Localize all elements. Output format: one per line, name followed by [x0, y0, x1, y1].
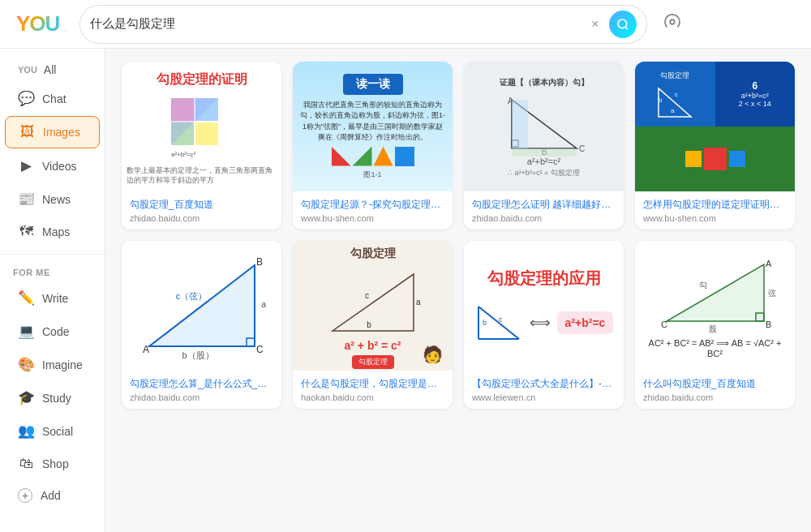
- svg-text:a: a: [671, 107, 675, 114]
- sidebar-item-imagine[interactable]: 🎨 Imagine: [5, 349, 100, 380]
- search-icon: [616, 18, 629, 31]
- svg-text:B: B: [256, 256, 263, 268]
- main-layout: YOU All 💬 Chat 🖼 Images ▶ Videos 📰 News …: [0, 49, 811, 532]
- svg-text:A: A: [766, 259, 772, 268]
- card6-title: 勾股定理: [345, 242, 401, 266]
- image-card-8-image: C B A 股 弦 勾 AC² + BC² = AB² ⟹ AB = √AC² …: [635, 241, 795, 371]
- filter-button[interactable]: [660, 10, 684, 38]
- image-card-8[interactable]: C B A 股 弦 勾 AC² + BC² = AB² ⟹ AB = √AC² …: [635, 241, 795, 409]
- card5-domain: zhidao.baidu.com: [130, 393, 273, 402]
- card7-domain: www.lelewen.cn: [472, 393, 616, 402]
- svg-text:b: b: [483, 319, 487, 327]
- sidebar-item-maps[interactable]: 🗺 Maps: [5, 217, 100, 247]
- image-card-7[interactable]: 勾股定理的应用 b a c ⟺ a²+b²=c: [464, 241, 624, 409]
- card5-info: 勾股定理怎么算_是什么公式_百度知道 zhidao.baidu.com: [122, 371, 281, 409]
- sidebar-item-write-label: Write: [42, 292, 68, 305]
- card5-triangle-svg: A C B b（股） a（勾） c（弦）: [133, 249, 271, 363]
- shop-icon: 🛍: [18, 456, 34, 472]
- card1-info: 勾股定理_百度知道 zhidao.baidu.com: [122, 191, 281, 230]
- add-icon: +: [18, 488, 32, 503]
- image-card-6[interactable]: 勾股定理 b a c a² + b² = c² 勾股定理 🧑: [293, 241, 453, 409]
- card2-visual: 读一读 我国古代把直角三角形的较短的直角边称为勾，较长的直角边称为股，斜边称为弦…: [293, 62, 453, 191]
- card1-diagrams: a²+b²=c²: [166, 93, 238, 165]
- card4-dark: 6 a²+b²=c² 2 < x < 14: [715, 62, 796, 127]
- filter-icon: [663, 13, 681, 31]
- sidebar-item-news[interactable]: 📰 News: [5, 183, 100, 215]
- logo-tagline: .: [64, 25, 66, 32]
- svg-text:弦: 弦: [768, 289, 776, 298]
- image-card-2[interactable]: 读一读 我国古代把直角三角形的较短的直角边称为勾，较长的直角边称为股，斜边称为弦…: [293, 62, 453, 230]
- sidebar-item-all[interactable]: YOU All: [5, 58, 100, 81]
- sidebar-item-shop[interactable]: 🛍 Shop: [5, 448, 100, 479]
- card3-heading: 证题【（课本内容）勾】: [493, 74, 595, 92]
- card8-domain: zhidao.baidu.com: [643, 393, 787, 402]
- header: YOU . ×: [0, 0, 811, 49]
- sidebar-item-social[interactable]: 👥 Social: [5, 415, 100, 447]
- image-card-3[interactable]: 证题【（课本内容）勾】 B A C: [464, 62, 624, 230]
- sidebar-item-add[interactable]: + Add: [5, 481, 100, 510]
- svg-text:B: B: [766, 320, 771, 329]
- study-icon: 🎓: [18, 389, 34, 406]
- card1-domain: zhidao.baidu.com: [130, 213, 273, 223]
- card3-diagram-svg: B A C: [504, 92, 585, 157]
- search-input[interactable]: [90, 17, 582, 31]
- card7-formula-row: b a c ⟺ a²+b²=c: [468, 296, 620, 350]
- sidebar: YOU All 💬 Chat 🖼 Images ▶ Videos 📰 News …: [0, 49, 105, 532]
- svg-rect-6: [195, 122, 218, 145]
- card5-title: 勾股定理怎么算_是什么公式_百度知道: [130, 377, 273, 391]
- card2-domain: www.bu-shen.com: [301, 213, 444, 223]
- image-card-5[interactable]: A C B b（股） a（勾） c（弦） 勾股定理怎么算_是什么公式_百度知道 …: [122, 241, 281, 409]
- sidebar-item-social-label: Social: [42, 425, 73, 438]
- card4-domain: www.bu-shen.com: [643, 213, 787, 223]
- card6-domain: haokan.baidu.com: [301, 393, 444, 402]
- sidebar-item-code[interactable]: 💻 Code: [5, 315, 100, 347]
- sidebar-item-maps-label: Maps: [42, 225, 70, 238]
- sidebar-item-study[interactable]: 🎓 Study: [5, 382, 100, 414]
- card2-figure-label: 图1-1: [363, 169, 381, 180]
- card4-title: 怎样用勾股定理的逆定理证明直角三角形-证明勾股定理的逆定理: [643, 198, 787, 212]
- clear-button[interactable]: ×: [588, 16, 602, 32]
- card8-visual: C B A 股 弦 勾 AC² + BC² = AB² ⟹ AB = √AC² …: [635, 241, 795, 371]
- card1-title: 勾股定理_百度知道: [130, 198, 273, 212]
- social-icon: 👥: [18, 423, 34, 440]
- svg-text:a: a: [416, 298, 421, 307]
- card3-visual: 证题【（课本内容）勾】 B A C: [464, 62, 624, 191]
- svg-marker-28: [333, 274, 414, 331]
- card4-formula-top: a²+b²=c²: [741, 92, 769, 100]
- sidebar-item-chat[interactable]: 💬 Chat: [5, 83, 100, 114]
- card2-read-label: 读一读: [343, 74, 403, 95]
- for-me-label: For Me: [0, 261, 105, 281]
- image-card-4[interactable]: 勾股定理 a b c 6 a²+b²=c² 2: [635, 62, 795, 230]
- sidebar-divider: [0, 254, 105, 255]
- card3-domain: zhidao.baidu.com: [472, 213, 616, 223]
- sidebar-item-videos[interactable]: ▶ Videos: [5, 150, 100, 182]
- card4-info: 怎样用勾股定理的逆定理证明直角三角形-证明勾股定理的逆定理 www.bu-she…: [635, 191, 795, 230]
- svg-text:b: b: [367, 320, 371, 329]
- image-card-4-image: 勾股定理 a b c 6 a²+b²=c² 2: [635, 62, 795, 191]
- card4-squares: [685, 148, 745, 170]
- imagine-icon: 🎨: [18, 356, 34, 373]
- card7-heading: 勾股定理的应用: [481, 261, 607, 296]
- search-button[interactable]: [609, 11, 637, 38]
- card6-info: 什么是勾股定理，勾股定理是怎么算出来的，你会了吗_好看视频 haokan.bai…: [293, 371, 453, 409]
- card6-formula: a² + b² = c²: [344, 339, 401, 352]
- svg-point-0: [618, 19, 627, 28]
- card8-title: 什么叫勾股定理_百度知道: [643, 377, 787, 391]
- card2-desc: 我国古代把直角三角形的较短的直角边称为勾，较长的直角边称为股，斜边称为弦，图1-…: [293, 100, 453, 144]
- svg-text:c（弦）: c（弦）: [175, 291, 207, 301]
- image-card-3-image: 证题【（课本内容）勾】 B A C: [464, 62, 624, 191]
- you-label: YOU: [18, 65, 37, 75]
- image-card-1[interactable]: 勾股定理的证明: [122, 62, 281, 230]
- card4-x-range: 2 < x < 14: [739, 100, 771, 108]
- all-label: All: [44, 63, 57, 76]
- card4-triangle-svg: a b c: [654, 84, 695, 121]
- card8-info: 什么叫勾股定理_百度知道 zhidao.baidu.com: [635, 371, 795, 409]
- images-icon: 🖼: [19, 124, 35, 140]
- sidebar-item-shop-label: Shop: [42, 457, 69, 470]
- card6-badge: 勾股定理: [352, 355, 394, 369]
- svg-text:a²+b²=c²: a²+b²=c²: [171, 151, 196, 158]
- sidebar-item-write[interactable]: ✏️ Write: [5, 282, 100, 314]
- card7-formula-box: a²+b²=c: [557, 311, 614, 334]
- sidebar-item-images[interactable]: 🖼 Images: [5, 116, 100, 148]
- svg-text:c: c: [365, 291, 369, 300]
